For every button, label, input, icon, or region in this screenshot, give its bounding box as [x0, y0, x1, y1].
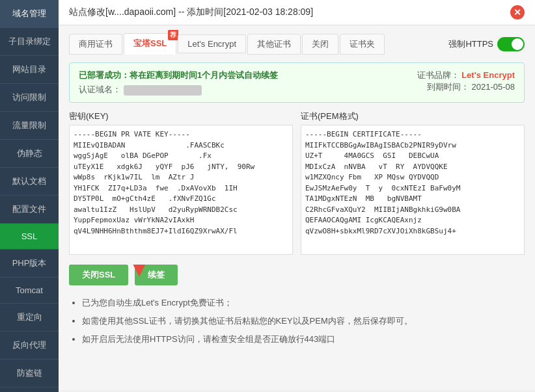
- sidebar-item-default-doc[interactable]: 默认文档: [0, 168, 59, 196]
- sidebar: 域名管理 子目录绑定 网站目录 访问限制 流量限制 伪静态 默认文档 配置文件 …: [0, 0, 59, 392]
- close-button[interactable]: ✕: [510, 5, 525, 20]
- sidebar-item-rewrite[interactable]: 伪静态: [0, 140, 59, 168]
- dialog-content: 商用证书 宝塔SSL 荐 Let's Encrypt 其他证书 关闭 证书夹 强…: [59, 25, 535, 390]
- force-https-label: 强制HTTPS: [448, 38, 493, 50]
- close-ssl-button[interactable]: 关闭SSL: [69, 265, 128, 285]
- banner-left: 已部署成功：将在距离到期时间1个月内尝试自动续签 认证域名：: [79, 70, 278, 96]
- sidebar-item-tomcat[interactable]: Tomcat: [0, 278, 59, 304]
- sidebar-item-redirect[interactable]: 重定向: [0, 304, 59, 332]
- banner-status-title: 已部署成功：将在距离到期时间1个月内尝试自动续签: [79, 70, 278, 81]
- sidebar-item-subdir[interactable]: 子目录绑定: [0, 28, 59, 56]
- cert-box: 证书(PEM格式) -----BEGIN CERTIFICATE----- MI…: [301, 111, 525, 257]
- sidebar-item-ssl[interactable]: SSL: [0, 224, 59, 250]
- button-row: 关闭SSL 续签 ▲: [69, 265, 525, 285]
- tab-lets-encrypt[interactable]: Let's Encrypt: [178, 34, 246, 53]
- sidebar-item-access[interactable]: 访问限制: [0, 84, 59, 112]
- banner-brand: 证书品牌： Let's Encrypt: [417, 70, 515, 81]
- banner-domain: 认证域名：: [79, 84, 278, 96]
- tab-baota-ssl[interactable]: 宝塔SSL 荐: [124, 33, 176, 55]
- key-label: 密钥(KEY): [69, 111, 293, 122]
- sidebar-item-domain[interactable]: 域名管理: [0, 0, 59, 28]
- banner-right: 证书品牌： Let's Encrypt 到期时间： 2021-05-08: [417, 70, 515, 93]
- success-banner: 已部署成功：将在距离到期时间1个月内尝试自动续签 认证域名： 证书品牌： Let…: [69, 62, 525, 103]
- domain-masked: [124, 85, 202, 96]
- tab-commercial-cert[interactable]: 商用证书: [69, 34, 122, 55]
- info-item-2: 如需使用其他SSL证书，请切换其他证书后粘贴您的KEY以及PEM内容，然后保存即…: [82, 313, 525, 330]
- info-item-3: 如开启后无法使用HTTPS访问，请检查安全组是否正确放行443端口: [82, 331, 525, 348]
- sidebar-item-config[interactable]: 配置文件: [0, 196, 59, 224]
- tab-cert-folder[interactable]: 证书夹: [340, 34, 385, 55]
- sidebar-item-hotlink[interactable]: 防盗链: [0, 359, 59, 387]
- key-textarea[interactable]: -----BEGIN PR VATE KEY----- MIIEvQIBADAN…: [69, 125, 293, 255]
- main-content: 站点修改[w....dapaoii.com] -- 添加时间[2021-02-0…: [59, 0, 535, 392]
- info-list: 已为您自动生成Let's Encrypt免费证书； 如需使用其他SSL证书，请切…: [69, 294, 525, 348]
- force-https-toggle[interactable]: [497, 37, 525, 51]
- banner-expire: 到期时间： 2021-05-08: [417, 81, 515, 93]
- force-https-container: 强制HTTPS: [448, 37, 525, 51]
- cert-label: 证书(PEM格式): [301, 111, 525, 122]
- recommended-badge: 荐: [169, 30, 178, 40]
- sidebar-item-webdir[interactable]: 网站目录: [0, 56, 59, 84]
- key-cert-row: 密钥(KEY) -----BEGIN PR VATE KEY----- MIIE…: [69, 111, 525, 257]
- sidebar-item-php[interactable]: PHP版本: [0, 250, 59, 278]
- sidebar-item-traffic[interactable]: 流量限制: [0, 112, 59, 140]
- tab-close[interactable]: 关闭: [302, 34, 338, 55]
- cert-textarea[interactable]: -----BEGIN CERTIFICATE----- MIIFkTCCBBGg…: [301, 125, 525, 255]
- sidebar-item-proxy[interactable]: 反向代理: [0, 332, 59, 359]
- topbar: 站点修改[w....dapaoii.com] -- 添加时间[2021-02-0…: [59, 0, 535, 25]
- topbar-title: 站点修改[w....dapaoii.com] -- 添加时间[2021-02-0…: [69, 7, 313, 18]
- key-box: 密钥(KEY) -----BEGIN PR VATE KEY----- MIIE…: [69, 111, 293, 257]
- tab-other-cert[interactable]: 其他证书: [247, 34, 301, 55]
- info-item-1: 已为您自动生成Let's Encrypt免费证书；: [82, 294, 525, 311]
- arrow-indicator: ▲: [129, 259, 150, 283]
- tabs-bar: 商用证书 宝塔SSL 荐 Let's Encrypt 其他证书 关闭 证书夹 强…: [69, 33, 525, 55]
